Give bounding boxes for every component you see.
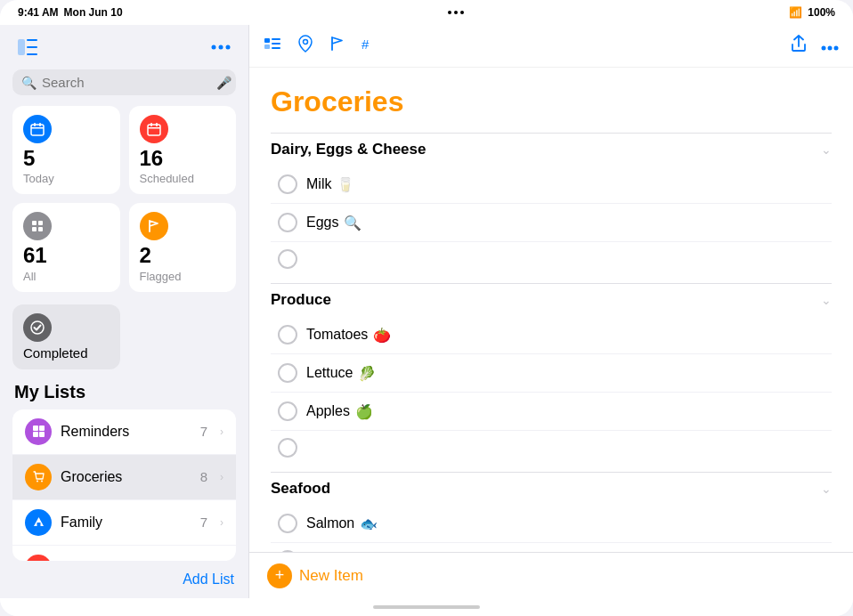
new-item-label: New Item — [299, 567, 363, 585]
seafood-add-row[interactable] — [271, 543, 832, 552]
svg-rect-1 — [27, 39, 37, 41]
tomatoes-text: Tomatoes 🍅 — [306, 327, 391, 344]
svg-rect-15 — [148, 127, 160, 129]
salmon-checkbox[interactable] — [278, 514, 297, 533]
apples-emoji: 🍏 — [355, 403, 373, 420]
produce-add-row[interactable] — [271, 431, 832, 465]
tag-icon[interactable]: # — [362, 36, 378, 56]
lettuce-checkbox[interactable] — [278, 363, 297, 383]
svg-rect-31 — [264, 38, 270, 43]
svg-rect-14 — [156, 123, 158, 126]
svg-rect-35 — [272, 47, 280, 49]
item-tomatoes[interactable]: Tomatoes 🍅 — [271, 316, 832, 354]
sidebar-more-button[interactable] — [207, 34, 234, 61]
salmon-text: Salmon 🐟 — [306, 515, 378, 532]
completed-icon — [23, 313, 52, 342]
svg-rect-19 — [38, 227, 43, 231]
add-list-button[interactable]: Add List — [0, 561, 248, 598]
svg-rect-22 — [39, 426, 45, 431]
sidebar-toggle-button[interactable] — [14, 34, 41, 61]
family-icon — [25, 509, 52, 536]
main-scroll[interactable]: Groceries Dairy, Eggs & Cheese ⌄ Milk 🥛 — [249, 68, 853, 552]
groceries-icon — [25, 464, 52, 490]
groceries-name: Groceries — [61, 469, 191, 485]
work-icon — [25, 555, 52, 561]
smart-list-scheduled[interactable]: 16 Scheduled — [129, 106, 237, 194]
all-icon — [23, 212, 52, 240]
apples-checkbox[interactable] — [278, 401, 297, 421]
family-count: 7 — [200, 515, 207, 530]
svg-rect-24 — [39, 432, 45, 437]
new-item-button[interactable]: + New Item — [267, 563, 363, 588]
mic-icon[interactable]: 🎤 — [216, 76, 232, 90]
svg-point-36 — [304, 40, 308, 45]
seafood-chevron-icon: ⌄ — [821, 482, 832, 496]
smart-list-today[interactable]: 10 5 Today — [12, 106, 120, 194]
status-time: 9:41 AM — [18, 6, 59, 19]
search-bar[interactable]: 🔍 🎤 — [12, 69, 236, 95]
scheduled-count: 16 — [140, 147, 226, 170]
status-bar-center — [448, 11, 464, 14]
status-bar: 9:41 AM Mon Jun 10 📶 100% — [0, 0, 853, 25]
location-icon[interactable] — [297, 35, 313, 57]
smart-list-all[interactable]: 61 All — [12, 203, 120, 291]
status-date: Mon Jun 10 — [64, 6, 123, 19]
list-item-groceries[interactable]: Groceries 8 › — [12, 455, 236, 500]
list-item-reminders[interactable]: Reminders 7 › — [12, 409, 236, 455]
search-input[interactable] — [42, 75, 211, 90]
status-dot-3 — [460, 11, 464, 14]
flagged-count: 2 — [140, 244, 226, 267]
apples-text: Apples 🍏 — [306, 403, 373, 420]
smart-list-flagged[interactable]: 2 Flagged — [129, 203, 237, 291]
reminders-chevron: › — [220, 426, 223, 438]
svg-rect-18 — [32, 227, 37, 231]
groceries-count: 8 — [200, 469, 207, 484]
svg-rect-33 — [272, 38, 280, 40]
work-count: 5 — [200, 560, 207, 561]
today-count: 5 — [23, 147, 110, 170]
lettuce-text: Lettuce 🥬 — [306, 365, 376, 382]
produce-add-circle — [278, 438, 297, 458]
svg-rect-16 — [32, 221, 37, 225]
tomatoes-checkbox[interactable] — [278, 325, 297, 344]
toolbar-right — [791, 35, 839, 57]
milk-emoji: 🥛 — [337, 176, 354, 193]
svg-rect-2 — [27, 46, 37, 48]
dairy-add-row[interactable] — [271, 242, 832, 276]
item-lettuce[interactable]: Lettuce 🥬 — [271, 354, 832, 393]
status-dot-1 — [448, 11, 451, 14]
more-options-icon[interactable] — [821, 36, 839, 55]
milk-checkbox[interactable] — [278, 174, 297, 194]
group-dairy-header[interactable]: Dairy, Eggs & Cheese ⌄ — [271, 133, 832, 166]
today-label: Today — [23, 172, 110, 185]
eggs-checkbox[interactable] — [278, 213, 297, 232]
dairy-chevron-icon: ⌄ — [821, 142, 832, 157]
share-icon[interactable] — [791, 35, 807, 57]
app-container: 🔍 🎤 10 5 — [0, 25, 853, 598]
group-produce: Produce ⌄ Tomatoes 🍅 Lettuce — [271, 283, 832, 465]
list-view-icon[interactable] — [264, 35, 281, 57]
list-item-family[interactable]: Family 7 › — [12, 500, 236, 546]
group-seafood-header[interactable]: Seafood ⌄ — [271, 472, 832, 505]
item-milk[interactable]: Milk 🥛 — [271, 166, 832, 204]
svg-rect-32 — [264, 45, 270, 49]
completed-card[interactable]: Completed — [12, 304, 120, 369]
eggs-text: Eggs 🔍 — [306, 215, 362, 231]
svg-point-25 — [37, 481, 38, 482]
flagged-icon — [140, 212, 168, 240]
item-salmon[interactable]: Salmon 🐟 — [271, 505, 832, 543]
home-bar — [373, 605, 480, 609]
dairy-add-circle — [278, 249, 297, 269]
list-item-work[interactable]: Work 5 › — [12, 546, 236, 561]
svg-rect-13 — [150, 123, 152, 126]
item-eggs[interactable]: Eggs 🔍 — [271, 204, 832, 242]
group-produce-header[interactable]: Produce ⌄ — [271, 283, 832, 316]
produce-chevron-icon: ⌄ — [821, 293, 832, 307]
main-toolbar: # — [249, 25, 853, 68]
list-title: Groceries — [271, 85, 832, 118]
flag-toolbar-icon[interactable] — [329, 36, 345, 56]
milk-text: Milk 🥛 — [306, 176, 354, 193]
sidebar: 🔍 🎤 10 5 — [0, 25, 249, 598]
svg-text:#: # — [362, 36, 370, 52]
item-apples[interactable]: Apples 🍏 — [271, 393, 832, 431]
